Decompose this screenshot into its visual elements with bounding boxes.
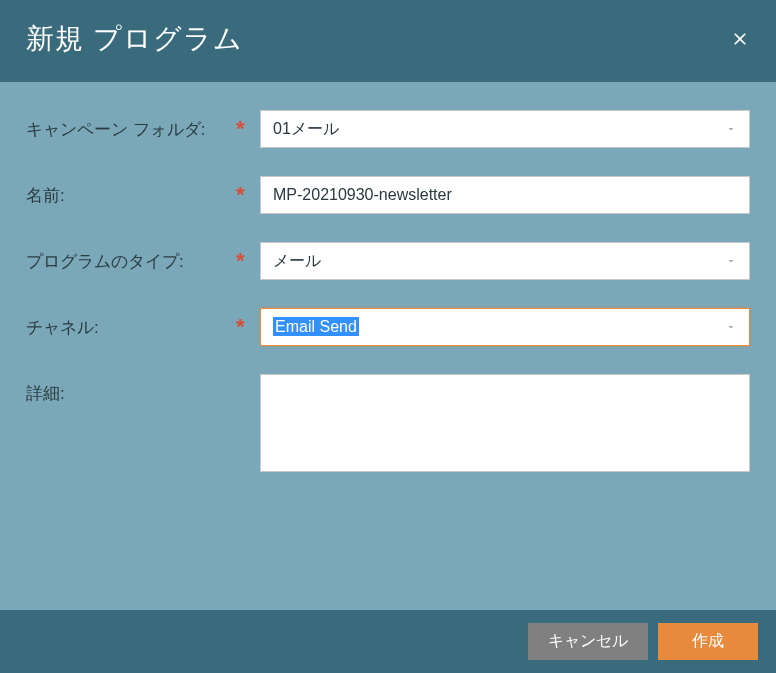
dialog-footer: キャンセル 作成 (0, 610, 776, 673)
detail-row: 詳細: (26, 374, 750, 476)
required-indicator: * (236, 314, 245, 339)
chevron-down-icon (725, 321, 737, 333)
name-row: 名前: * (26, 176, 750, 214)
dialog-header: 新規 プログラム (0, 0, 776, 82)
detail-textarea[interactable] (260, 374, 750, 472)
dialog-title: 新規 プログラム (26, 20, 243, 58)
close-icon (730, 29, 750, 49)
folder-dropdown[interactable]: 01メール (260, 110, 750, 148)
channel-row: チャネル: * Email Send (26, 308, 750, 346)
program-type-label: プログラムのタイプ: (26, 248, 184, 275)
detail-label: 詳細: (26, 380, 65, 407)
folder-value: 01メール (273, 119, 725, 140)
cancel-button[interactable]: キャンセル (528, 623, 648, 660)
chevron-down-icon (725, 255, 737, 267)
close-button[interactable] (730, 29, 750, 49)
folder-row: キャンペーン フォルダ: * 01メール (26, 110, 750, 148)
dialog-body: キャンペーン フォルダ: * 01メール 名前: * (0, 82, 776, 610)
create-button[interactable]: 作成 (658, 623, 758, 660)
folder-label: キャンペーン フォルダ: (26, 116, 205, 143)
program-type-row: プログラムのタイプ: * メール (26, 242, 750, 280)
channel-dropdown[interactable]: Email Send (260, 308, 750, 346)
new-program-dialog: 新規 プログラム キャンペーン フォルダ: * 01メール (0, 0, 776, 673)
channel-value: Email Send (273, 317, 359, 336)
program-type-dropdown[interactable]: メール (260, 242, 750, 280)
required-indicator: * (236, 116, 245, 141)
name-label: 名前: (26, 182, 65, 209)
required-indicator: * (236, 248, 245, 273)
required-indicator: * (236, 182, 245, 207)
name-input[interactable] (260, 176, 750, 214)
chevron-down-icon (725, 123, 737, 135)
channel-label: チャネル: (26, 314, 99, 341)
program-type-value: メール (273, 251, 725, 272)
